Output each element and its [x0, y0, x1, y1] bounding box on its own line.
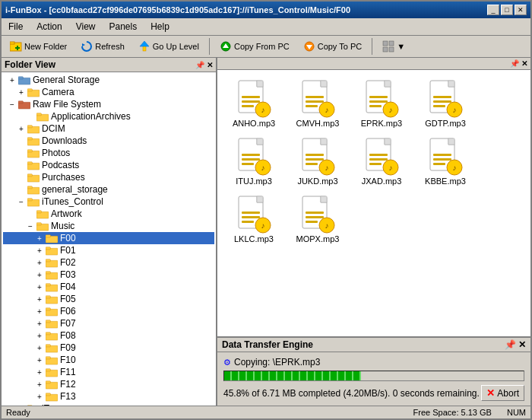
tree-view[interactable]: + General Storage + Camera	[2, 72, 216, 406]
file-item[interactable]: ♪ EPRK.mp3	[351, 76, 412, 131]
tree-item-f11[interactable]: + F11	[3, 366, 214, 378]
expander[interactable]: +	[35, 355, 44, 364]
tree-item-f00[interactable]: + F00	[3, 232, 214, 244]
expander[interactable]	[17, 161, 26, 170]
tree-item-purchases[interactable]: Purchases	[3, 171, 214, 183]
dt-close-icon[interactable]: ✕	[518, 339, 526, 350]
expander[interactable]: +	[35, 380, 44, 389]
expander[interactable]	[17, 136, 26, 145]
expander[interactable]: +	[35, 246, 44, 255]
tree-item-f13[interactable]: + F13	[3, 390, 214, 402]
tree-item-f05[interactable]: + F05	[3, 293, 214, 305]
svg-rect-123	[369, 158, 388, 161]
file-item[interactable]: ♪ MOPX.mp3	[287, 192, 348, 247]
tree-item-artwork[interactable]: Artwork	[3, 208, 214, 220]
file-item[interactable]: ♪ ITUJ.mp3	[223, 134, 284, 189]
file-item[interactable]: ♪ LKLC.mp3	[223, 192, 284, 247]
tree-item-general-storage-sub[interactable]: general_storage	[3, 183, 214, 196]
folder-icon	[46, 307, 58, 317]
expander[interactable]: +	[17, 88, 26, 97]
minimize-button[interactable]: _	[487, 5, 499, 15]
dt-pin-icon[interactable]: 📌	[505, 339, 516, 350]
tree-item-music[interactable]: − Music	[3, 220, 214, 232]
expander[interactable]: +	[35, 258, 44, 267]
svg-text:♪: ♪	[325, 221, 329, 230]
tree-item-downloads[interactable]: Downloads	[3, 135, 214, 147]
tree-item-photos[interactable]: Photos	[3, 147, 214, 159]
file-item[interactable]: ♪ JXAD.mp3	[351, 134, 412, 189]
expander[interactable]: +	[35, 392, 44, 401]
expander[interactable]: +	[35, 319, 44, 328]
tree-item-f08[interactable]: + F08	[3, 329, 214, 342]
panel-close-icon[interactable]: ✕	[207, 61, 213, 69]
tree-item-f10[interactable]: + F10	[3, 354, 214, 366]
expander[interactable]	[26, 209, 35, 218]
expander[interactable]	[17, 148, 26, 158]
file-item[interactable]: ♪ ANHO.mp3	[223, 76, 284, 131]
tree-item-raw-filesystem[interactable]: − Raw File System	[3, 98, 214, 110]
new-folder-button[interactable]: New Folder	[5, 38, 72, 55]
panel-pin-icon[interactable]: 📌	[195, 61, 204, 69]
menu-panels[interactable]: Panels	[106, 20, 141, 33]
panel-close-icon-right[interactable]: ✕	[521, 59, 527, 68]
menu-file[interactable]: File	[5, 20, 27, 33]
svg-rect-107	[242, 158, 260, 161]
expander[interactable]: −	[17, 197, 26, 206]
abort-button[interactable]: ✕ Abort	[481, 385, 524, 401]
tree-item-apparchives[interactable]: ApplicationArchives	[3, 110, 214, 123]
expander[interactable]: +	[35, 234, 44, 243]
files-area[interactable]: ♪ ANHO.mp3 ♪ CMVH.mp3 ♪ EPRK.mp3	[217, 70, 530, 336]
tree-item-f03[interactable]: + F03	[3, 269, 214, 281]
expander[interactable]: −	[8, 100, 17, 109]
copy-to-pc-button[interactable]: Copy To PC	[298, 38, 368, 55]
folder-icon	[46, 368, 58, 377]
menu-help[interactable]: Help	[147, 20, 173, 33]
expander[interactable]	[26, 112, 35, 121]
svg-rect-114	[306, 154, 324, 156]
expander[interactable]: +	[35, 343, 44, 352]
tree-item-f06[interactable]: + F06	[3, 305, 214, 317]
menu-action[interactable]: Action	[33, 20, 65, 33]
panel-pin-icon-right[interactable]: 📌	[510, 59, 519, 68]
expander[interactable]: −	[26, 221, 35, 231]
expander[interactable]: +	[17, 124, 26, 133]
expander[interactable]	[17, 185, 26, 194]
tree-item-itunes-control[interactable]: − iTunes_Control	[3, 196, 214, 208]
tree-item-f01[interactable]: + F01	[3, 244, 214, 256]
svg-rect-56	[46, 320, 50, 322]
copy-from-pc-button[interactable]: Copy From PC	[214, 38, 295, 55]
svg-rect-52	[46, 295, 50, 298]
tree-item-f12[interactable]: + F12	[3, 378, 214, 390]
expander[interactable]	[17, 173, 26, 182]
close-button[interactable]: ✕	[515, 5, 527, 15]
file-item[interactable]: ♪ KBBE.mp3	[415, 134, 476, 189]
expander[interactable]: +	[35, 294, 44, 304]
tree-label: Music	[51, 221, 74, 231]
expander[interactable]: +	[35, 307, 44, 316]
tree-label: Purchases	[42, 172, 85, 183]
tree-item-f07[interactable]: + F07	[3, 317, 214, 329]
svg-rect-105	[257, 138, 263, 145]
expander[interactable]: +	[35, 331, 44, 340]
expander[interactable]: +	[35, 368, 44, 377]
tree-item-camera[interactable]: + Camera	[3, 86, 214, 98]
tree-item-f04[interactable]: + F04	[3, 281, 214, 293]
tree-item-general-storage[interactable]: + General Storage	[3, 74, 214, 86]
view-options-button[interactable]: ▼	[377, 38, 410, 55]
file-item[interactable]: ♪ CMVH.mp3	[287, 76, 348, 131]
expander[interactable]: +	[8, 75, 17, 84]
maximize-button[interactable]: □	[501, 5, 513, 15]
expander[interactable]: +	[35, 270, 44, 279]
svg-rect-83	[306, 100, 324, 103]
file-item[interactable]: ♪ GDTP.mp3	[415, 76, 476, 131]
tree-item-f09[interactable]: + F09	[3, 342, 214, 354]
tree-item-podcasts[interactable]: Podcasts	[3, 159, 214, 171]
tree-item-f02[interactable]: + F02	[3, 256, 214, 269]
tree-item-dcim[interactable]: + DCIM	[3, 123, 214, 135]
expander[interactable]: +	[35, 282, 44, 291]
go-up-button[interactable]: Go Up Level	[133, 38, 204, 55]
menu-view[interactable]: View	[72, 20, 100, 33]
refresh-button[interactable]: Refresh	[75, 38, 130, 55]
file-item[interactable]: ♪ JUKD.mp3	[287, 134, 348, 189]
svg-rect-1	[10, 42, 14, 44]
